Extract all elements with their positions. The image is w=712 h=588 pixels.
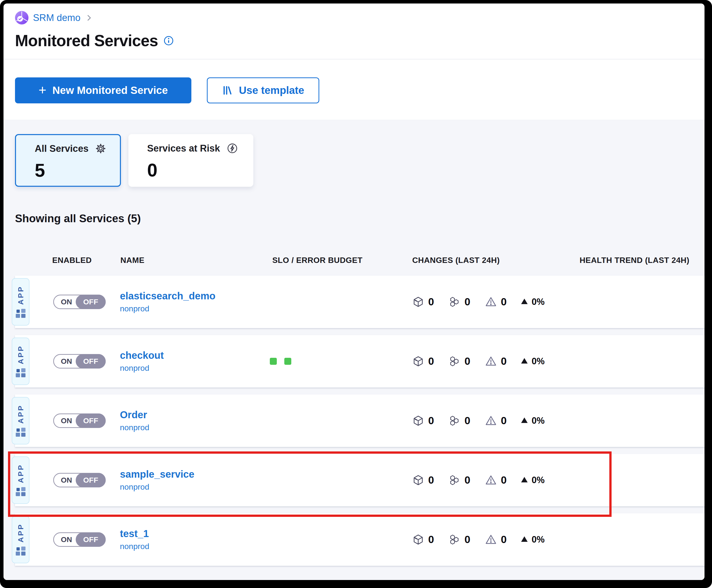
service-name-link[interactable]: checkout <box>120 350 164 361</box>
alerts-count: 0 <box>501 474 507 486</box>
service-row-order: APP ON OFF Order nonprod <box>15 395 705 447</box>
changes-cell: 0 0 0 0% <box>412 474 545 486</box>
enabled-toggle[interactable]: ON OFF <box>53 532 106 547</box>
slo-error-budget-cell <box>270 358 291 365</box>
toggle-on-label: ON <box>54 414 79 427</box>
col-slo: SLO / ERROR BUDGET <box>272 256 363 265</box>
enabled-toggle[interactable]: ON OFF <box>53 473 106 487</box>
service-type-badge: APP <box>12 516 29 563</box>
service-rows: APP ON OFF elasticsearch_demo nonprod <box>15 276 705 566</box>
service-type-badge: APP <box>12 397 29 444</box>
service-type-badge: APP <box>12 457 29 504</box>
deployments-count: 0 <box>428 474 434 486</box>
screenshot-frame: SRM demo Monitored Services + New Monito… <box>0 0 712 588</box>
col-changes: CHANGES (LAST 24H) <box>412 256 500 265</box>
trend-percent: 0% <box>532 297 545 307</box>
service-env: nonprod <box>120 482 195 491</box>
changes-cell: 0 0 0 0% <box>412 296 545 308</box>
config-changes-icon <box>448 533 461 546</box>
table-header: ENABLED NAME SLO / ERROR BUDGET CHANGES … <box>15 256 705 266</box>
col-name: NAME <box>120 256 144 265</box>
trend-percent: 0% <box>532 534 545 545</box>
toggle-off-label: OFF <box>76 414 106 428</box>
toggle-off-label: OFF <box>76 473 106 487</box>
breadcrumb-project-link[interactable]: SRM demo <box>33 13 80 23</box>
services-at-risk-card[interactable]: Services at Risk 0 <box>128 134 253 187</box>
changes-cell: 0 0 0 0% <box>412 533 545 546</box>
all-services-count: 5 <box>35 160 110 181</box>
use-template-label: Use template <box>239 84 304 97</box>
page-title: Monitored Services <box>15 31 158 50</box>
deployments-icon <box>412 533 424 546</box>
service-env: nonprod <box>120 542 149 551</box>
alerts-icon <box>485 474 497 486</box>
deployments-count: 0 <box>428 415 434 427</box>
enabled-toggle[interactable]: ON OFF <box>53 414 106 428</box>
project-avatar-icon <box>15 11 28 24</box>
all-services-label: All Services <box>35 143 88 154</box>
service-type-badge: APP <box>12 278 29 326</box>
service-env: nonprod <box>120 363 164 373</box>
page-header: SRM demo Monitored Services <box>3 3 705 59</box>
health-trend-cell <box>579 513 705 566</box>
alerts-count: 0 <box>501 296 507 308</box>
info-icon[interactable] <box>163 36 174 46</box>
new-monitored-service-button[interactable]: + New Monitored Service <box>15 78 191 103</box>
service-name-link[interactable]: sample_service <box>120 469 195 480</box>
alerts-count: 0 <box>501 355 507 367</box>
trend-percent: 0% <box>532 416 545 426</box>
app-grid-icon <box>16 487 26 496</box>
deployments-count: 0 <box>428 355 434 367</box>
health-trend-cell <box>579 395 705 447</box>
col-health-trend: HEALTH TREND (LAST 24H) <box>579 256 689 265</box>
slo-status-square <box>284 358 291 365</box>
enabled-toggle[interactable]: ON OFF <box>53 354 106 369</box>
services-at-risk-label-row: Services at Risk <box>147 143 244 154</box>
service-name-link[interactable]: test_1 <box>120 528 149 539</box>
config-changes-count: 0 <box>464 474 470 486</box>
config-changes-count: 0 <box>464 296 470 308</box>
app-grid-icon <box>16 309 26 318</box>
use-template-button[interactable]: Use template <box>207 78 319 103</box>
trend-up-icon <box>521 477 528 482</box>
plus-icon: + <box>39 83 46 97</box>
all-services-card[interactable]: All Services 5 <box>15 134 121 187</box>
health-trend-cell <box>579 454 705 506</box>
service-name-link[interactable]: Order <box>120 409 147 420</box>
service-row-checkout: APP ON OFF checkout nonprod <box>15 335 705 387</box>
service-type-label: APP <box>17 286 25 305</box>
trend-up-icon <box>521 536 528 542</box>
services-at-risk-label: Services at Risk <box>147 143 220 154</box>
toggle-on-label: ON <box>54 355 79 368</box>
toggle-on-label: ON <box>54 295 79 308</box>
enabled-toggle[interactable]: ON OFF <box>53 295 106 309</box>
service-row-elasticsearch_demo: APP ON OFF elasticsearch_demo nonprod <box>15 276 705 328</box>
alerts-count: 0 <box>501 415 507 427</box>
alerts-icon <box>485 415 497 427</box>
service-type-label: APP <box>17 404 25 424</box>
all-services-label-row: All Services <box>35 143 110 154</box>
services-at-risk-count: 0 <box>147 160 244 181</box>
trend-percent: 0% <box>532 356 545 366</box>
alerts-icon <box>485 355 497 367</box>
changes-cell: 0 0 0 0% <box>412 415 545 427</box>
service-type-label: APP <box>17 464 25 483</box>
template-library-icon <box>222 85 233 96</box>
slo-status-square <box>270 358 277 365</box>
monitored-services-app: SRM demo Monitored Services + New Monito… <box>3 3 705 580</box>
list-heading: Showing all Services (5) <box>15 212 705 225</box>
config-changes-icon <box>448 415 461 427</box>
service-type-label: APP <box>17 345 25 364</box>
service-name-link[interactable]: elasticsearch_demo <box>120 290 215 301</box>
actions-toolbar: + New Monitored Service Use template <box>3 59 705 120</box>
alerts-icon <box>485 533 497 546</box>
trend-up-icon <box>521 418 528 423</box>
deployments-count: 0 <box>428 533 434 546</box>
trend-percent: 0% <box>532 475 545 485</box>
deployments-count: 0 <box>428 296 434 308</box>
service-env: nonprod <box>120 304 215 313</box>
app-grid-icon <box>16 368 26 378</box>
main-section: All Services 5 <box>3 120 705 580</box>
trend-up-icon <box>521 358 528 363</box>
changes-cell: 0 0 0 0% <box>412 355 545 367</box>
